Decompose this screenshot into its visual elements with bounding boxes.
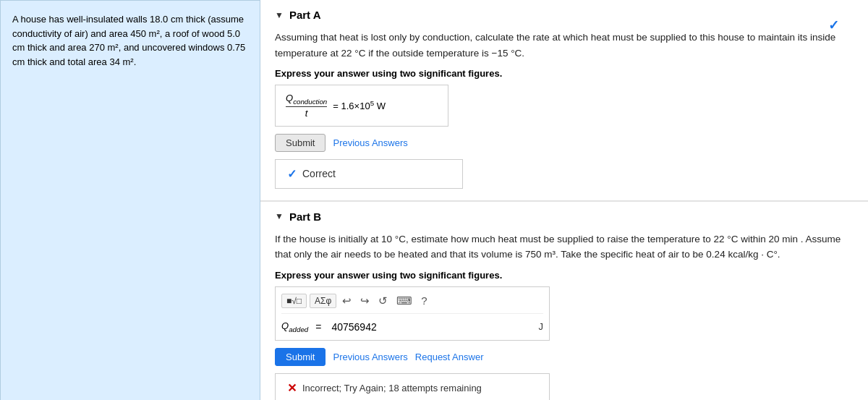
math-input-box: ■√□ ΑΣφ ↩ ↪ ↺ ⌨ ? Qadded = J xyxy=(275,286,550,341)
answer-equals: = 1.6×10 xyxy=(333,101,370,112)
correct-box: ✓ Correct xyxy=(275,159,463,189)
matrix-toolbar-btn[interactable]: ■√□ xyxy=(281,294,307,308)
correct-check-icon: ✓ xyxy=(287,167,297,181)
right-panel: ▼ Part A ✓ Assuming that heat is lost on… xyxy=(260,0,868,400)
part-a-submit-row: Submit Previous Answers xyxy=(275,134,854,152)
q-added-label: Qadded xyxy=(281,320,308,333)
symbol-toolbar-btn[interactable]: ΑΣφ xyxy=(310,294,336,308)
equals-sign: = xyxy=(315,321,321,333)
q-label-text: Q xyxy=(281,320,289,331)
part-a-label: Part A xyxy=(289,9,321,21)
part-a-answer-value: = 1.6×105 W xyxy=(333,99,386,111)
fraction-numerator: Qconduction xyxy=(286,93,327,107)
refresh-toolbar-btn[interactable]: ↺ xyxy=(375,293,391,309)
part-a-prev-answers-link[interactable]: Previous Answers xyxy=(333,137,407,148)
part-b-submit-row: Submit Previous Answers Request Answer xyxy=(275,348,854,366)
unit-label: J xyxy=(539,321,544,332)
request-answer-link[interactable]: Request Answer xyxy=(415,352,484,362)
part-a-fraction: Qconduction t xyxy=(286,93,327,119)
part-b-label: Part B xyxy=(289,210,321,223)
problem-text: A house has well-insulated walls 18.0 cm… xyxy=(12,12,248,69)
part-a-answer-box: Qconduction t = 1.6×105 W xyxy=(275,85,448,127)
part-a-express-label: Express your answer using two significan… xyxy=(275,68,854,79)
redo-toolbar-btn[interactable]: ↪ xyxy=(357,293,373,309)
correct-label: Correct xyxy=(302,168,336,179)
fraction-denominator: t xyxy=(305,107,308,119)
part-b-section: ▼ Part B If the house is initially at 10… xyxy=(260,202,868,400)
part-a-submit-button[interactable]: Submit xyxy=(275,134,326,152)
part-b-submit-button[interactable]: Submit xyxy=(275,348,326,366)
added-subscript: added xyxy=(289,325,308,333)
q-conduction-label: Q xyxy=(286,93,293,103)
part-a-check-icon: ✓ xyxy=(828,17,839,33)
part-b-prev-answers-link[interactable]: Previous Answers xyxy=(333,352,407,362)
incorrect-box: ✕ Incorrect; Try Again; 18 attempts rema… xyxy=(275,373,550,400)
incorrect-text: Incorrect; Try Again; 18 attempts remain… xyxy=(302,383,482,393)
part-b-collapse-arrow-icon[interactable]: ▼ xyxy=(275,211,284,221)
part-b-express-label: Express your answer using two significan… xyxy=(275,270,854,281)
math-input-row: Qadded = J xyxy=(281,320,543,334)
help-toolbar-btn[interactable]: ? xyxy=(418,293,430,308)
part-a-question: Assuming that heat is lost only by condu… xyxy=(275,30,854,61)
undo-toolbar-btn[interactable]: ↩ xyxy=(339,293,354,309)
problem-description: A house has well-insulated walls 18.0 cm… xyxy=(0,0,260,400)
part-b-header: ▼ Part B xyxy=(275,210,854,223)
conduction-subscript: conduction xyxy=(293,98,327,106)
math-toolbar: ■√□ ΑΣφ ↩ ↪ ↺ ⌨ ? xyxy=(281,293,543,314)
part-a-section: ▼ Part A ✓ Assuming that heat is lost on… xyxy=(260,0,868,201)
exponent: 5 xyxy=(370,99,374,107)
keyboard-toolbar-btn[interactable]: ⌨ xyxy=(393,293,415,309)
q-added-input[interactable] xyxy=(328,320,531,334)
part-a-header: ▼ Part A xyxy=(275,9,854,21)
collapse-arrow-icon[interactable]: ▼ xyxy=(275,10,284,20)
part-b-question: If the house is initially at 10 °C, esti… xyxy=(275,231,854,263)
incorrect-x-icon: ✕ xyxy=(287,381,297,395)
answer-unit: W xyxy=(377,101,386,112)
